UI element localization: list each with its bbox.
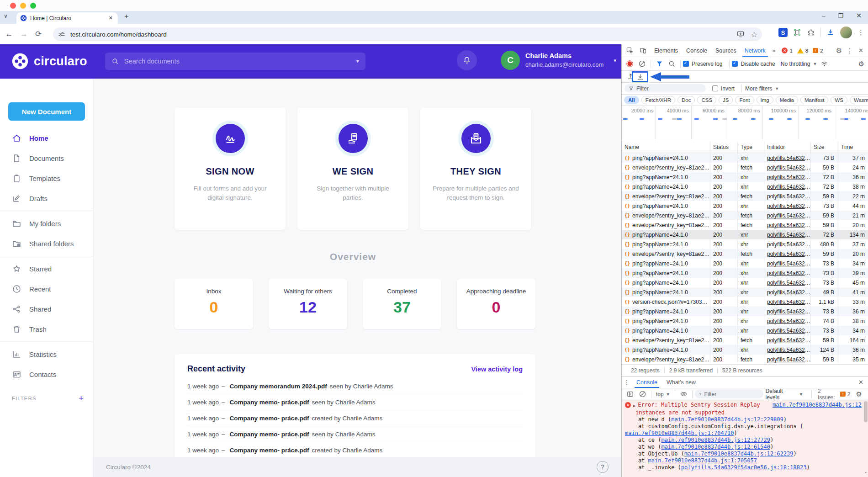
devtools-tab-console[interactable]: Console [682,44,711,57]
network-conditions-icon[interactable] [820,60,828,68]
console-filter-wrap[interactable] [695,390,763,398]
initiator-link[interactable]: polyfills.54a6329f5 [767,193,810,200]
sidebar-item-contacts[interactable]: Contacts [0,364,93,384]
devtools-menu-icon[interactable]: ⋮ [845,47,855,54]
initiator-link[interactable]: polyfills.54a6329f5 [767,212,810,219]
initiator-link[interactable]: polyfills.54a6329f5 [767,232,810,238]
mac-close-icon[interactable] [10,3,16,9]
stack-source-link[interactable]: main.7ef9010e8837d44b.js:1:704710 [625,430,734,436]
chip-doc[interactable]: Doc [677,96,695,104]
extension-s-icon[interactable]: S [778,28,788,37]
chip-js[interactable]: JS [719,96,733,104]
disable-cache-checkbox[interactable]: Disable cache [732,61,775,67]
network-request-row[interactable]: {}ping?appName=24.1.0200xhrpolyfills.54a… [622,307,868,316]
activity-row[interactable]: 1 week ago – Company memo- práce.pdfseen… [187,426,523,442]
sidebar-item-statistics[interactable]: Statistics [0,344,93,364]
network-request-row[interactable]: {}ping?appName=24.1.0200xhrpolyfills.54a… [622,326,868,335]
console-warnings-badge[interactable]: 8 [797,48,808,53]
more-filters-button[interactable]: More filters▼ [745,85,779,92]
stat-card-inbox[interactable]: Inbox0 [175,279,253,329]
sidebar-item-recent[interactable]: Recent [0,279,93,299]
clear-network-icon[interactable] [638,60,646,68]
downloads-icon[interactable] [826,28,835,37]
initiator-link[interactable]: polyfills.54a6329f5 [767,347,810,353]
initiator-link[interactable]: polyfills.54a6329f5 [767,328,810,334]
url-text[interactable]: test.circularo.com/home/dashboard [70,31,736,38]
initiator-link[interactable]: polyfills.54a6329f5 [767,356,810,363]
stat-card-waiting-for-others[interactable]: Waiting for others12 [269,279,347,329]
chip-font[interactable]: Font [735,96,754,104]
console-filter-input[interactable] [704,391,759,398]
export-har-icon[interactable] [636,73,644,81]
chip-media[interactable]: Media [776,96,798,104]
sidebar-item-home[interactable]: Home [0,128,93,148]
default-levels-select[interactable]: Default levels▼ [763,388,805,401]
devtools-settings-icon[interactable]: ⚙ [834,47,844,55]
activity-row[interactable]: 1 week ago – Company memorandum 2024.pdf… [187,378,523,394]
column-header-type[interactable]: Type [738,141,764,153]
network-request-row[interactable]: {}envelope/?sentry_key=81ae2dd...200fetc… [622,355,868,364]
sidebar-item-my-folders[interactable]: My folders [0,213,93,233]
sign-card-we-sign[interactable]: WE SIGNSign together with multiple parti… [297,108,408,230]
sidebar-item-trash[interactable]: Trash [0,319,93,339]
sign-card-sign-now[interactable]: SIGN NOWFill out forms and add your digi… [175,108,286,230]
initiator-link[interactable]: polyfills.54a6329f5 [767,299,810,305]
circularo-logo[interactable]: circularo [12,53,87,69]
column-header-name[interactable]: Name [622,141,710,153]
extensions-puzzle-icon[interactable] [807,28,815,37]
new-tab-button[interactable]: + [124,12,128,21]
devtools-close-icon[interactable]: ✕ [856,47,866,54]
sidebar-item-documents[interactable]: Documents [0,148,93,168]
initiator-link[interactable]: polyfills.54a6329f5 [767,260,810,267]
inspect-element-icon[interactable] [626,47,634,54]
clear-console-icon[interactable] [639,390,646,398]
tab-close-icon[interactable]: ✕ [107,15,114,21]
devtools-tab-sources[interactable]: Sources [711,44,741,57]
initiator-link[interactable]: polyfills.54a6329f5 [767,308,810,315]
initiator-link[interactable]: polyfills.54a6329f5 [767,289,810,296]
column-header-status[interactable]: Status [710,141,738,153]
initiator-link[interactable]: polyfills.54a6329f5 [767,155,810,161]
window-close-icon[interactable]: ✕ [856,12,862,19]
sidebar-item-templates[interactable]: Templates [0,168,93,188]
chip-wasm[interactable]: Wasm [850,96,868,104]
window-minimize-icon[interactable]: – [822,12,825,19]
filter-network-icon[interactable] [656,60,663,68]
column-header-initiator[interactable]: Initiator [764,141,811,153]
initiator-link[interactable]: polyfills.54a6329f5 [767,184,810,190]
new-document-button[interactable]: New Document [8,102,85,121]
chip-css[interactable]: CSS [697,96,716,104]
devtools-tab-network[interactable]: Network [741,44,770,57]
network-settings-icon[interactable]: ⚙ [857,60,866,68]
devtools-tab-elements[interactable]: Elements [650,44,682,57]
user-menu[interactable]: C Charlie Adams charlie.adams@circularo.… [501,51,616,70]
network-filter-input-wrap[interactable] [625,84,706,93]
chip-all[interactable]: All [624,96,639,104]
network-request-row[interactable]: {}ping?appName=24.1.0200xhrpolyfills.54a… [622,153,868,163]
view-activity-log-link[interactable]: View activity log [471,366,523,373]
forward-icon[interactable]: → [16,30,31,39]
chip-fetch-xhr[interactable]: Fetch/XHR [641,96,675,104]
stack-source-link[interactable]: main.7ef9010e8837d44b.js:12:61540 [661,444,770,450]
network-request-row[interactable]: {}ping?appName=24.1.0200xhrpolyfills.54a… [622,278,868,287]
stack-source-link[interactable]: main.7ef9010e8837d44b.js:1:705057 [648,457,757,464]
network-request-row[interactable]: {}ping?appName=24.1.0200xhrpolyfills.54a… [622,230,868,239]
help-button[interactable]: ? [597,461,609,473]
capture-extension-icon[interactable] [793,28,801,37]
profile-avatar[interactable] [840,26,852,38]
initiator-link[interactable]: polyfills.54a6329f5 [767,270,810,276]
bookmark-star-icon[interactable]: ☆ [751,30,757,39]
stack-source-link[interactable]: polyfills.54a6329f54ac0e56.js:18:18823 [681,464,807,471]
console-errors-badge[interactable]: ✕1 [782,48,792,53]
network-request-row[interactable]: {}envelope/?sentry_key=81ae2dd...200fetc… [622,163,868,172]
search-network-icon[interactable] [668,60,676,68]
initiator-link[interactable]: polyfills.54a6329f5 [767,251,810,257]
device-toolbar-icon[interactable] [639,47,647,54]
invert-checkbox[interactable]: Invert [712,85,735,92]
network-request-row[interactable]: {}version-check.json?v=17303726...200xhr… [622,297,868,307]
mac-zoom-icon[interactable] [30,3,36,9]
mac-minimize-icon[interactable] [20,3,26,9]
stack-source-link[interactable]: main.7ef9010e8837d44b.js:12:229809 [671,416,783,423]
sidebar-item-shared-folders[interactable]: Shared folders [0,233,93,254]
tab-search-icon[interactable]: ∨ [4,13,8,19]
